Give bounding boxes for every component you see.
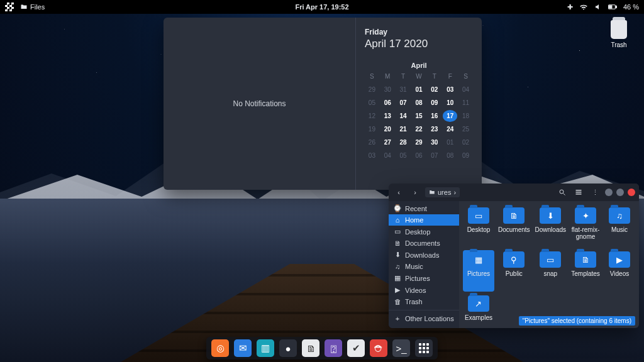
calendar-day[interactable]: 07 bbox=[427, 150, 441, 162]
calendar-day-name: Friday bbox=[365, 28, 473, 36]
search-button[interactable] bbox=[556, 186, 569, 199]
calendar-day[interactable]: 12 bbox=[365, 110, 379, 122]
dock-terminal[interactable]: >_ bbox=[392, 339, 410, 357]
sidebar-item-trash[interactable]: 🗑Trash bbox=[389, 296, 459, 307]
calendar-day[interactable]: 29 bbox=[412, 136, 426, 148]
folder-videos[interactable]: ▶Videos bbox=[604, 250, 635, 292]
calendar-day[interactable]: 05 bbox=[365, 97, 379, 109]
calendar-day[interactable]: 31 bbox=[396, 84, 411, 96]
calendar-day[interactable]: 22 bbox=[412, 123, 426, 135]
calendar-day[interactable]: 02 bbox=[458, 136, 473, 148]
folder-templates[interactable]: 🗎Templates bbox=[570, 250, 601, 292]
calendar-day[interactable]: 14 bbox=[396, 110, 411, 122]
calendar-day[interactable]: 28 bbox=[396, 136, 411, 148]
calendar-day[interactable]: 16 bbox=[427, 110, 441, 122]
calendar-day[interactable]: 30 bbox=[380, 84, 395, 96]
nav-back-button[interactable]: ‹ bbox=[392, 186, 405, 199]
folder-documents[interactable]: 🗎Documents bbox=[497, 206, 531, 248]
calendar-day[interactable]: 23 bbox=[427, 123, 441, 135]
calendar-day[interactable]: 06 bbox=[380, 97, 395, 109]
hamburger-button[interactable]: ⋮ bbox=[589, 186, 601, 199]
calendar-day[interactable]: 06 bbox=[412, 150, 426, 162]
accessibility-icon[interactable]: ✚ bbox=[567, 3, 573, 11]
calendar-day[interactable]: 29 bbox=[365, 84, 379, 96]
sidebar-item-icon: 🗎 bbox=[394, 239, 401, 247]
folder-flat-remix-gnome[interactable]: ✦flat-remix-gnome bbox=[570, 206, 601, 248]
dock-files[interactable]: ▥ bbox=[257, 339, 274, 357]
nav-forward-button[interactable]: › bbox=[409, 186, 421, 199]
folder-label: Pictures bbox=[467, 270, 490, 277]
calendar-day[interactable]: 13 bbox=[380, 110, 395, 122]
calendar-day[interactable]: 07 bbox=[396, 97, 411, 109]
activities-icon[interactable] bbox=[5, 3, 14, 11]
sidebar-item-recent[interactable]: ⌚Recent bbox=[389, 202, 459, 214]
calendar-day[interactable]: 08 bbox=[443, 150, 457, 162]
folder-snap[interactable]: ▭snap bbox=[534, 250, 567, 292]
calendar-day[interactable]: 09 bbox=[427, 97, 441, 109]
calendar-day[interactable]: 20 bbox=[380, 123, 395, 135]
calendar-day[interactable]: 01 bbox=[443, 136, 457, 148]
view-toggle-button[interactable] bbox=[572, 186, 585, 199]
calendar-day[interactable]: 27 bbox=[380, 136, 395, 148]
folder-public[interactable]: ⚲Public bbox=[497, 250, 531, 292]
calendar-day[interactable]: 15 bbox=[412, 110, 426, 122]
dock-rhythmbox[interactable]: ● bbox=[279, 339, 297, 357]
svg-rect-1 bbox=[616, 6, 617, 8]
calendar-day[interactable]: 19 bbox=[365, 123, 379, 135]
dock-show-applications[interactable] bbox=[415, 339, 433, 357]
folder-desktop[interactable]: ▭Desktop bbox=[463, 206, 494, 248]
sidebar-item-music[interactable]: ♫Music bbox=[389, 261, 459, 272]
sidebar-item-videos[interactable]: ▶Videos bbox=[389, 284, 459, 296]
files-grid: ▭Desktop🗎Documents⬇Downloads✦flat-remix-… bbox=[459, 201, 639, 328]
calendar-day[interactable]: 04 bbox=[380, 150, 395, 162]
calendar-day[interactable]: 25 bbox=[458, 123, 473, 135]
calendar-day[interactable]: 18 bbox=[458, 110, 473, 122]
battery-icon[interactable] bbox=[608, 4, 617, 10]
clock[interactable]: Fri Apr 17, 19:52 bbox=[295, 3, 348, 11]
calendar-day[interactable]: 05 bbox=[396, 150, 411, 162]
calendar-day[interactable]: 10 bbox=[443, 97, 457, 109]
window-minimize[interactable] bbox=[605, 189, 613, 196]
calendar-day[interactable]: 21 bbox=[396, 123, 411, 135]
calendar-day[interactable]: 11 bbox=[458, 97, 473, 109]
dock-help[interactable]: ⛑ bbox=[370, 339, 387, 357]
calendar-day[interactable]: 03 bbox=[443, 84, 457, 96]
calendar-day[interactable]: 04 bbox=[458, 84, 473, 96]
dock-software[interactable]: ⍰ bbox=[325, 339, 342, 357]
dock-firefox[interactable]: ◎ bbox=[211, 339, 229, 357]
system-tray[interactable]: ✚ 46 % bbox=[567, 3, 639, 11]
desktop-trash[interactable]: Trash bbox=[604, 20, 634, 48]
sidebar-item-home[interactable]: ⌂Home bbox=[389, 214, 459, 226]
calendar-day[interactable]: 17 bbox=[443, 110, 457, 122]
folder-downloads[interactable]: ⬇Downloads bbox=[534, 206, 567, 248]
sidebar-item-label: Home bbox=[405, 216, 423, 224]
folder-examples[interactable]: ↗Examples bbox=[463, 294, 494, 328]
files-headerbar[interactable]: ‹ › ures › ⋮ bbox=[389, 184, 639, 201]
calendar-day[interactable]: 30 bbox=[427, 136, 441, 148]
files-indicator[interactable]: Files bbox=[20, 3, 45, 11]
window-maximize[interactable] bbox=[616, 189, 624, 196]
calendar-day[interactable]: 24 bbox=[443, 123, 457, 135]
dock-writer[interactable]: 🗎 bbox=[302, 339, 319, 357]
folder-pictures[interactable]: ▦Pictures bbox=[463, 250, 494, 292]
calendar-day[interactable]: 02 bbox=[427, 84, 441, 96]
dock-thunderbird[interactable]: ✉ bbox=[234, 339, 252, 357]
sidebar-item-downloads[interactable]: ⬇Downloads bbox=[389, 249, 459, 261]
calendar-day[interactable]: 08 bbox=[412, 97, 426, 109]
svg-rect-2 bbox=[609, 6, 612, 8]
volume-icon[interactable] bbox=[594, 3, 602, 11]
sidebar-item-other-locations[interactable]: +Other Locations bbox=[389, 313, 459, 324]
wifi-icon[interactable] bbox=[579, 3, 588, 11]
dock-todo[interactable]: ✔ bbox=[347, 339, 365, 357]
sidebar-item-desktop[interactable]: ▭Desktop bbox=[389, 226, 459, 238]
window-close[interactable] bbox=[628, 189, 635, 196]
path-crumb[interactable]: ures › bbox=[425, 187, 460, 197]
folder-music[interactable]: ♫Music bbox=[604, 206, 635, 248]
calendar-day[interactable]: 01 bbox=[412, 84, 426, 96]
sidebar-item-label: Videos bbox=[405, 287, 426, 294]
sidebar-item-documents[interactable]: 🗎Documents bbox=[389, 238, 459, 249]
sidebar-item-pictures[interactable]: ▦Pictures bbox=[389, 272, 459, 284]
calendar-day[interactable]: 09 bbox=[458, 150, 473, 162]
calendar-day[interactable]: 03 bbox=[365, 150, 379, 162]
calendar-day[interactable]: 26 bbox=[365, 136, 379, 148]
